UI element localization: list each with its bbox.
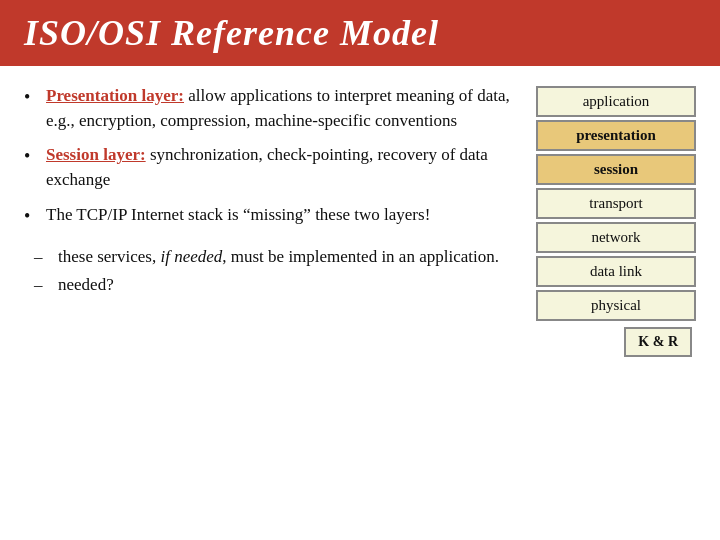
sub-bullet-1-text: these services, if needed, must be imple…: [58, 245, 499, 270]
title-bar: ISO/OSI Reference Model: [0, 0, 720, 66]
bullet-item-2: • Session layer: synchronization, check-…: [24, 143, 512, 192]
bullet3-text: The TCP/IP Internet stack is “missing” t…: [46, 205, 430, 224]
bullet-text-3: The TCP/IP Internet stack is “missing” t…: [46, 203, 512, 229]
sub-dash-2: –: [34, 273, 52, 298]
bullet-dot-3: •: [24, 203, 40, 229]
bullet-dot-1: •: [24, 84, 40, 133]
sub-bullet-2: – needed?: [34, 273, 512, 298]
osi-layers: application presentation session transpo…: [536, 86, 696, 321]
slide-title: ISO/OSI Reference Model: [24, 12, 439, 54]
bullet-text-1: Presentation layer: allow applications t…: [46, 84, 512, 133]
sub-bullet-1: – these services, if needed, must be imp…: [34, 245, 512, 270]
layer-application: application: [536, 86, 696, 117]
presentation-label: Presentation layer:: [46, 86, 184, 105]
bullet-item-1: • Presentation layer: allow applications…: [24, 84, 512, 133]
layer-transport: transport: [536, 188, 696, 219]
bullet-dot-2: •: [24, 143, 40, 192]
sub-dash-1: –: [34, 245, 52, 270]
layer-datalink: data link: [536, 256, 696, 287]
kr-box: K & R: [624, 327, 692, 357]
layer-physical: physical: [536, 290, 696, 321]
main-content: • Presentation layer: allow applications…: [0, 66, 720, 540]
session-label: Session layer:: [46, 145, 146, 164]
bullet-item-3: • The TCP/IP Internet stack is “missing”…: [24, 203, 512, 229]
layer-session: session: [536, 154, 696, 185]
sub-bullets: – these services, if needed, must be imp…: [34, 245, 512, 298]
layer-network: network: [536, 222, 696, 253]
bullet-text-2: Session layer: synchronization, check-po…: [46, 143, 512, 192]
layer-presentation: presentation: [536, 120, 696, 151]
right-panel: application presentation session transpo…: [536, 84, 696, 540]
left-column: • Presentation layer: allow applications…: [24, 84, 512, 540]
sub-bullet-2-text: needed?: [58, 273, 114, 298]
